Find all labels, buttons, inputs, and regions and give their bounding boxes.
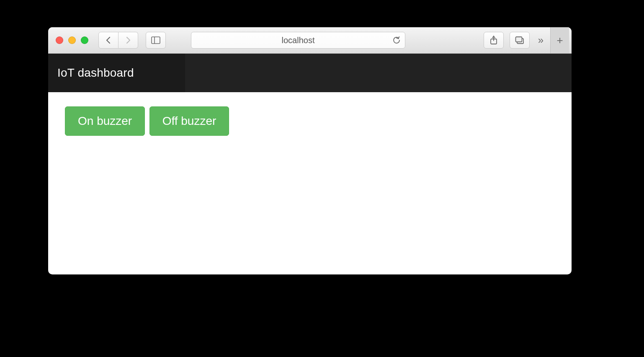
plus-icon: + xyxy=(556,34,563,47)
maximize-window-button[interactable] xyxy=(81,36,88,44)
app-navbar: IoT dashboard xyxy=(48,54,572,92)
address-bar-text: localhost xyxy=(282,36,315,45)
app-brand-label: IoT dashboard xyxy=(57,66,134,80)
forward-button[interactable] xyxy=(118,32,138,49)
on-buzzer-button[interactable]: On buzzer xyxy=(65,106,145,136)
chevron-double-right-icon: » xyxy=(538,34,542,46)
share-icon xyxy=(489,36,498,45)
share-button[interactable] xyxy=(484,32,504,49)
on-buzzer-label: On buzzer xyxy=(78,114,132,128)
new-tab-button[interactable]: + xyxy=(550,27,569,53)
chevron-right-icon xyxy=(125,36,131,44)
browser-window: localhost xyxy=(48,27,572,274)
sidebar-icon xyxy=(151,36,160,44)
page-body: On buzzer Off buzzer xyxy=(48,92,572,150)
address-bar[interactable]: localhost xyxy=(191,32,405,49)
minimize-window-button[interactable] xyxy=(68,36,76,44)
close-window-button[interactable] xyxy=(56,36,63,44)
back-button[interactable] xyxy=(98,32,118,49)
reload-icon xyxy=(392,36,401,44)
svg-rect-5 xyxy=(515,37,522,42)
show-sidebar-button[interactable] xyxy=(146,32,166,49)
toolbar-overflow-button[interactable]: » xyxy=(536,34,544,46)
tabs-icon xyxy=(515,36,524,44)
off-buzzer-button[interactable]: Off buzzer xyxy=(149,106,229,136)
chevron-left-icon xyxy=(106,36,111,44)
app-brand[interactable]: IoT dashboard xyxy=(48,54,185,92)
toolbar-right-cluster: » + xyxy=(484,27,572,53)
off-buzzer-label: Off buzzer xyxy=(162,114,216,128)
show-tabs-button[interactable] xyxy=(510,32,530,49)
svg-rect-0 xyxy=(152,37,160,44)
titlebar: localhost xyxy=(48,27,572,54)
window-controls xyxy=(56,36,88,44)
nav-back-forward xyxy=(98,32,138,49)
reload-button[interactable] xyxy=(392,36,401,44)
